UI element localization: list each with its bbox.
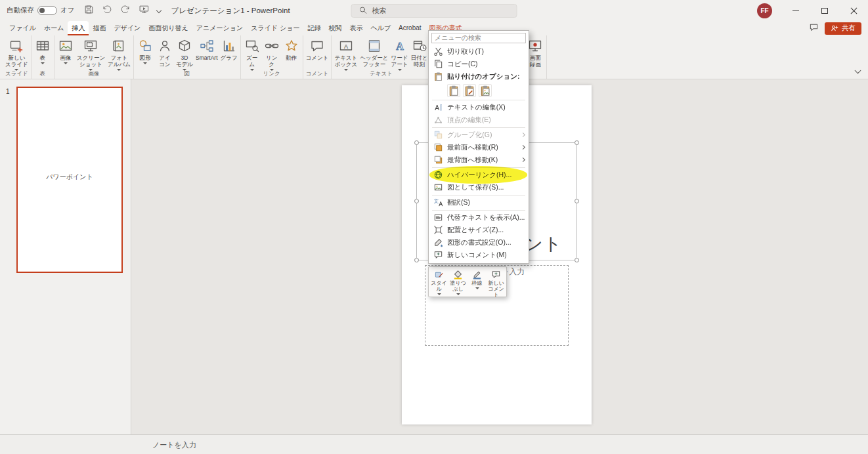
resize-handle[interactable] [414,199,419,203]
share-icon [831,24,838,32]
ribbon-button-chart[interactable]: グラフ [219,37,239,62]
resize-handle[interactable] [575,140,579,145]
avatar[interactable]: FF [757,3,772,18]
ribbon-button-label: ズー ム [246,54,257,68]
comments-icon[interactable] [809,22,819,34]
ribbon-button-action[interactable]: 動作 [282,37,301,62]
resize-handle[interactable] [414,258,419,262]
ribbon-button-date-time[interactable]: 日付と 時刻 [410,37,429,68]
edit-text-icon: A [433,102,444,113]
resize-handle[interactable] [414,140,419,145]
menu-item-new-comment[interactable]: 新しいコメント(M) [430,249,527,261]
menu-item-format-shape[interactable]: 図形の書式設定(O)... [430,236,527,249]
slide-thumbnail[interactable]: パワーポイント [16,87,123,273]
tab-help[interactable]: ヘルプ [366,21,395,35]
date-time-icon [411,37,428,54]
share-button[interactable]: 共有 [825,22,861,35]
menu-item-label: グループ化(G) [447,131,492,140]
ribbon-button-photo-album[interactable]: フォト アルバム [106,37,132,72]
close-icon [850,7,857,14]
ribbon-button-header-footer[interactable]: ヘッダーと フッター [358,37,389,68]
tab-slide-show[interactable]: スライド ショー [247,21,303,35]
menu-item-copy[interactable]: コピー(C) [430,58,527,70]
menu-item-label: 切り取り(T) [447,47,484,56]
save-button[interactable] [81,2,97,19]
menu-paste-as-picture[interactable] [479,84,492,97]
menu-item-group[interactable]: グループ化(G) [430,129,527,141]
menu-item-view-alt-text[interactable]: 代替テキストを表示(A)... [430,211,527,224]
tab-animations[interactable]: アニメーション [192,21,247,35]
undo-button[interactable] [99,2,116,19]
menu-paste-keep-source-formatting[interactable] [463,84,476,97]
tab-design[interactable]: デザイン [110,21,144,35]
mini-toolbar-fill[interactable]: 塗りつ ぶし [448,268,467,296]
tab-home[interactable]: ホーム [40,21,68,35]
ribbon-button-icons[interactable]: アイ コン [155,37,175,68]
tab-draw[interactable]: 描画 [89,21,110,35]
menu-item-edit-text[interactable]: Aテキストの編集(X) [430,101,527,114]
menu-item-cut[interactable]: 切り取り(T) [430,45,527,58]
ribbon-button-text-box[interactable]: Aテキスト ボックス [333,37,358,72]
ribbon-button-smartart[interactable]: SmartArt [194,37,219,62]
menu-item-send-to-back[interactable]: 最背面へ移動(K) [430,154,527,166]
resize-handle[interactable] [575,199,579,203]
person-icon [156,37,173,54]
mini-toolbar-style[interactable]: スタイ ル [429,268,448,296]
tab-acrobat[interactable]: Acrobat [395,21,425,35]
tab-view[interactable]: 表示 [345,21,366,35]
tab-transitions[interactable]: 画面切り替え [144,21,192,35]
tab-insert[interactable]: 挿入 [68,21,89,35]
ribbon-button-shapes[interactable]: 図形 [135,37,155,65]
ribbon-button-wordart[interactable]: Aワード アート [390,37,410,72]
redo-button[interactable] [118,2,134,19]
shapes-icon [137,37,154,54]
menu-paste-use-destination-theme[interactable] [447,84,460,97]
menu-item-label: 最前面へ移動(R) [447,143,498,152]
menu-item-label: 図として保存(S)... [447,183,504,192]
ribbon-group-tables: 表表 [32,35,54,79]
autosave-state: オフ [60,6,75,15]
resize-handle[interactable] [575,258,579,262]
ribbon-button-screenshot[interactable]: スクリーン ショット [76,37,106,72]
autosave-toggle[interactable]: 自動保存 オフ [7,6,75,15]
customize-qat-chevron-icon[interactable] [156,8,161,13]
menu-item-size-and-position[interactable]: 配置とサイズ(Z)... [430,224,527,236]
ribbon-button-3d-models[interactable]: 3D モデル [175,37,194,72]
svg-text:A: A [435,104,439,112]
dropdown-caret-icon [143,62,147,64]
ribbon-button-label: 日付と 時刻 [411,54,428,68]
ribbon-button-comment[interactable]: コメント [305,37,330,62]
ribbon-button-table[interactable]: 表 [33,37,53,65]
tab-file[interactable]: ファイル [5,21,40,35]
ribbon-button-new-slide[interactable]: 新しい スライド [4,37,30,72]
menu-item-save-as-picture[interactable]: 図として保存(S)... [430,181,527,194]
autosave-switch-icon[interactable] [37,6,57,15]
notes-pane[interactable]: ノートを入力 [0,434,868,454]
ribbon-button-pictures[interactable]: 画像 [56,37,76,65]
dropdown-caret-icon [64,62,68,64]
chart-icon [221,37,238,54]
ribbon-group-label: テキスト [332,70,430,78]
search-box[interactable]: 検索 [351,4,517,18]
ribbon-button-zoom[interactable]: ズー ム [242,37,262,72]
tab-record[interactable]: 記録 [303,21,324,35]
menu-item-edit-points[interactable]: 頂点の編集(E) [430,114,527,126]
menu-search-input[interactable]: メニューの検索 [431,33,526,43]
mini-toolbar-outline[interactable]: 枠線 [467,268,487,296]
collapse-ribbon-icon[interactable] [855,68,861,74]
ribbon-group-slides: 新しい スライドスライド [3,35,32,79]
menu-item-translate[interactable]: 文翻訳(S) [430,196,527,209]
menu-item-label: ハイパーリンク(H)... [447,171,511,180]
quick-access-toolbar: 自動保存 オフ [7,2,163,19]
menu-item-bring-to-front[interactable]: 最前面へ移動(R) [430,141,527,154]
close-button[interactable] [839,0,868,21]
tab-review[interactable]: 校閲 [324,21,345,35]
ribbon-group-label: 画像 [54,70,133,78]
menu-separator [432,127,525,128]
mini-toolbar-new-comment[interactable]: 新しい コメント [487,268,506,296]
start-slideshow-button[interactable] [136,2,152,19]
maximize-button[interactable] [810,0,839,21]
menu-item-hyperlink[interactable]: ハイパーリンク(H)... [430,169,527,181]
minimize-button[interactable] [781,0,810,21]
ribbon-button-link[interactable]: リン ク [262,37,282,72]
